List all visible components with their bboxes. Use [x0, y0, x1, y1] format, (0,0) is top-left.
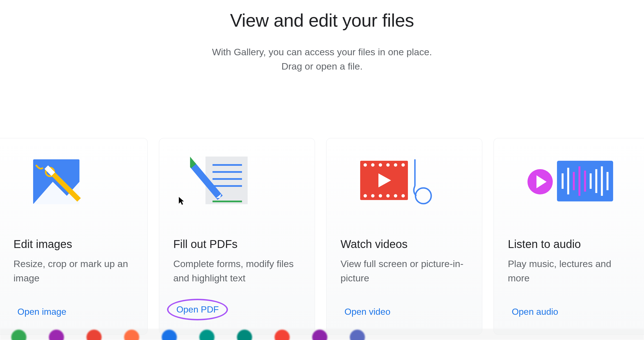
taskbar-app-icon[interactable] [350, 330, 365, 340]
card-title: Listen to audio [508, 238, 630, 251]
page-header: View and edit your files With Gallery, y… [0, 0, 644, 73]
audio-waveform-icon [508, 155, 630, 206]
open-audio-button[interactable]: Open audio [508, 304, 562, 319]
pdf-edit-icon [173, 155, 301, 206]
svg-point-25 [415, 188, 431, 204]
image-edit-icon [13, 155, 133, 206]
page-subtitle: With Gallery, you can access your files … [0, 45, 644, 73]
card-watch-videos: Watch videos View full screen or picture… [326, 138, 482, 335]
cards-container: Edit images Resize, crop or mark up an i… [0, 138, 644, 335]
open-pdf-button[interactable]: Open PDF [167, 299, 228, 320]
svg-point-20 [371, 194, 374, 197]
card-fill-pdfs: Fill out PDFs Complete forms, modify fil… [159, 138, 315, 335]
svg-point-24 [401, 194, 405, 197]
taskbar-app-icon[interactable] [199, 330, 214, 340]
card-title: Fill out PDFs [173, 238, 301, 251]
taskbar-app-icon[interactable] [124, 330, 139, 340]
svg-point-14 [371, 163, 374, 167]
svg-point-21 [379, 194, 382, 197]
page-title: View and edit your files [0, 10, 644, 31]
svg-point-18 [401, 163, 405, 167]
svg-point-19 [364, 194, 367, 197]
taskbar-app-icon[interactable] [312, 330, 327, 340]
card-description: Complete forms, modify files and highlig… [173, 257, 301, 285]
card-description: View full screen or picture-in-picture [341, 257, 468, 285]
card-description: Resize, crop or mark up an image [13, 257, 133, 285]
taskbar-app-icon[interactable] [86, 330, 102, 340]
svg-point-23 [394, 194, 397, 197]
card-title: Watch videos [341, 238, 468, 251]
svg-rect-4 [205, 157, 248, 204]
taskbar-app-icon[interactable] [49, 330, 64, 340]
taskbar-app-icon[interactable] [162, 330, 177, 340]
svg-point-13 [364, 163, 367, 167]
taskbar-app-icon[interactable] [237, 330, 252, 340]
card-listen-audio: Listen to audio Play music, lectures and… [494, 138, 644, 335]
taskbar [0, 329, 644, 340]
open-image-button[interactable]: Open image [13, 304, 70, 319]
svg-point-16 [386, 163, 390, 167]
card-description: Play music, lectures and more [508, 257, 630, 285]
video-play-icon [341, 155, 468, 206]
card-title: Edit images [13, 238, 133, 251]
svg-point-15 [379, 163, 382, 167]
card-edit-images: Edit images Resize, crop or mark up an i… [0, 138, 148, 335]
svg-point-22 [386, 194, 390, 197]
svg-point-17 [394, 163, 397, 167]
taskbar-app-icon[interactable] [11, 330, 26, 340]
mouse-cursor-icon [178, 196, 185, 205]
open-video-button[interactable]: Open video [341, 304, 394, 319]
taskbar-app-icon[interactable] [275, 330, 290, 340]
